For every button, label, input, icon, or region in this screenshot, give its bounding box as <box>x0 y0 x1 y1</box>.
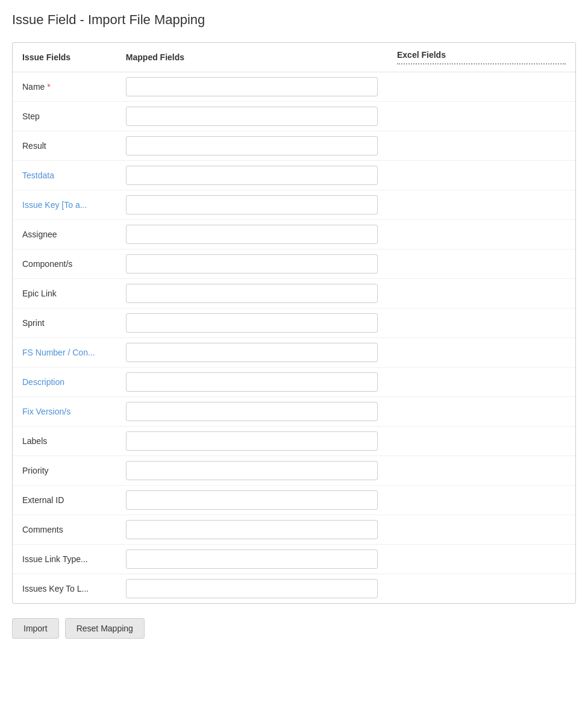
excel-cell-sprint <box>387 308 575 338</box>
excel-cell-testdata <box>387 161 575 190</box>
excel-cell-labels <box>387 427 575 456</box>
table-row: Testdata <box>13 161 575 190</box>
mapped-input-issue-link-type[interactable] <box>126 549 378 569</box>
mapped-input-testdata[interactable] <box>126 166 378 185</box>
import-button[interactable]: Import <box>12 618 59 639</box>
table-row: Component/s <box>13 249 575 279</box>
field-label-fs-number: FS Number / Con... <box>22 348 95 357</box>
table-row: FS Number / Con... <box>13 338 575 368</box>
table-row: Step <box>13 102 575 131</box>
table-row: Description <box>13 368 575 397</box>
table-row: Labels <box>13 427 575 456</box>
reset-mapping-button[interactable]: Reset Mapping <box>65 618 145 639</box>
footer-buttons: Import Reset Mapping <box>12 618 576 639</box>
field-label-assignee: Assignee <box>22 230 57 239</box>
field-label-fix-version: Fix Version/s <box>22 407 70 416</box>
field-label-sprint: Sprint <box>22 318 45 328</box>
field-label-step: Step <box>22 111 40 121</box>
excel-cell-external-id <box>387 486 575 515</box>
field-label-labels: Labels <box>22 436 47 446</box>
field-label-components: Component/s <box>22 259 72 269</box>
header-mapped-fields: Mapped Fields <box>116 43 387 72</box>
mapped-input-sprint[interactable] <box>126 313 378 333</box>
table-row: Name * <box>13 72 575 102</box>
table-row: Fix Version/s <box>13 397 575 427</box>
mapped-input-step[interactable] <box>126 107 378 126</box>
mapped-input-name[interactable] <box>126 77 378 96</box>
table-row: External ID <box>13 486 575 515</box>
table-row: Issue Key [To a... <box>13 190 575 220</box>
field-label-issue-key: Issue Key [To a... <box>22 200 87 210</box>
field-label-external-id: External ID <box>22 495 64 505</box>
mapped-input-result[interactable] <box>126 136 378 155</box>
header-issue-fields: Issue Fields <box>13 43 116 72</box>
excel-cell-epic-link <box>387 279 575 308</box>
mapping-container: Issue Fields Mapped Fields Excel Fields … <box>12 42 576 604</box>
header-excel-fields: Excel Fields <box>387 43 575 72</box>
page-title: Issue Field - Import File Mapping <box>12 12 576 28</box>
table-row: Epic Link <box>13 279 575 308</box>
mapped-input-description[interactable] <box>126 372 378 392</box>
mapped-input-epic-link[interactable] <box>126 284 378 303</box>
excel-cell-description <box>387 368 575 397</box>
excel-cell-issue-link-type <box>387 545 575 574</box>
table-row: Sprint <box>13 308 575 338</box>
mapped-input-comments[interactable] <box>126 520 378 539</box>
table-row: Comments <box>13 515 575 545</box>
table-row: Priority <box>13 456 575 486</box>
excel-cell-fix-version <box>387 397 575 427</box>
mapped-input-issue-key[interactable] <box>126 195 378 214</box>
mapped-input-components[interactable] <box>126 254 378 274</box>
mapped-input-fix-version[interactable] <box>126 402 378 421</box>
excel-cell-issues-key-to <box>387 574 575 604</box>
field-label-issues-key-to: Issues Key To L... <box>22 584 89 593</box>
table-row: Issues Key To L... <box>13 574 575 604</box>
excel-cell-result <box>387 131 575 161</box>
excel-cell-components <box>387 249 575 279</box>
excel-cell-assignee <box>387 220 575 249</box>
excel-fields-label: Excel Fields <box>397 50 446 60</box>
mapped-input-external-id[interactable] <box>126 490 378 510</box>
field-label-comments: Comments <box>22 525 63 534</box>
excel-cell-issue-key <box>387 190 575 220</box>
field-label-epic-link: Epic Link <box>22 289 57 298</box>
excel-fields-dotted-line <box>397 63 566 64</box>
table-row: Result <box>13 131 575 161</box>
table-row: Assignee <box>13 220 575 249</box>
mapped-input-issues-key-to[interactable] <box>126 579 378 598</box>
field-label-issue-link-type: Issue Link Type... <box>22 554 88 564</box>
required-star: * <box>47 82 50 92</box>
field-label-name: Name * <box>22 82 51 92</box>
excel-cell-step <box>387 102 575 131</box>
field-label-testdata: Testdata <box>22 171 54 180</box>
mapped-input-priority[interactable] <box>126 461 378 480</box>
excel-cell-name <box>387 72 575 102</box>
mapping-table: Issue Fields Mapped Fields Excel Fields … <box>13 43 575 603</box>
excel-cell-priority <box>387 456 575 486</box>
mapped-input-assignee[interactable] <box>126 225 378 244</box>
field-label-result: Result <box>22 141 46 151</box>
mapped-input-fs-number[interactable] <box>126 343 378 362</box>
field-label-priority: Priority <box>22 466 49 475</box>
excel-cell-comments <box>387 515 575 545</box>
mapped-input-labels[interactable] <box>126 431 378 451</box>
table-row: Issue Link Type... <box>13 545 575 574</box>
field-label-description: Description <box>22 377 64 387</box>
excel-cell-fs-number <box>387 338 575 368</box>
